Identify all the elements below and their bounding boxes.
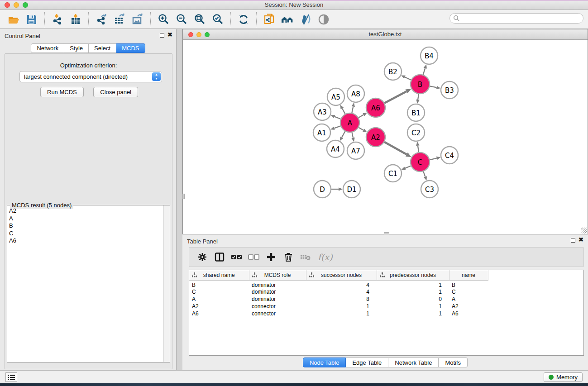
export-table-button[interactable] [112, 12, 127, 27]
network-maximize-button[interactable] [205, 32, 210, 37]
edge-A-A1[interactable] [334, 126, 340, 128]
mcds-result-scrollbar[interactable] [163, 205, 170, 362]
tab-edge-table[interactable]: Edge Table [346, 357, 388, 367]
edge-B-B3[interactable] [430, 86, 437, 87]
table-row[interactable]: A2connector11A2 [189, 303, 488, 310]
table-close-button[interactable]: ✖ [578, 237, 583, 243]
edge-C-C1[interactable] [405, 166, 411, 168]
edge-B-B2[interactable] [405, 77, 411, 80]
edge-A-A5[interactable] [342, 108, 345, 114]
mcds-result-list[interactable]: A2ABCA6 [7, 207, 163, 362]
open-file-button[interactable] [6, 12, 21, 27]
node-A4[interactable]: A4 [327, 140, 344, 157]
zoom-out-button[interactable] [174, 12, 189, 27]
memory-button[interactable]: Memory [544, 372, 583, 382]
edge-A-A2[interactable] [359, 128, 363, 130]
add-column-button[interactable] [263, 250, 279, 264]
refresh-button[interactable] [236, 12, 251, 27]
node-B[interactable]: B [411, 75, 430, 94]
network-close-button[interactable] [188, 32, 193, 37]
network-resize-grip[interactable] [581, 228, 587, 234]
edge-B-B1[interactable] [418, 94, 419, 100]
node-table[interactable]: shared nameMCDS rolesuccessor nodesprede… [189, 270, 584, 356]
node-C[interactable]: C [411, 152, 430, 172]
run-mcds-button[interactable]: Run MCDS [40, 87, 84, 97]
edge-A6-B[interactable] [384, 91, 406, 103]
column-header-MCDS-role[interactable]: MCDS role [249, 270, 306, 280]
edge-A-A6[interactable] [359, 115, 363, 118]
tab-motifs[interactable]: Motifs [439, 357, 468, 367]
import-table-button[interactable] [68, 12, 83, 27]
export-image-button[interactable] [130, 12, 145, 27]
tab-node-table[interactable]: Node Table [303, 357, 346, 367]
node-A7[interactable]: A7 [347, 142, 364, 159]
criterion-dropdown[interactable]: largest connected component (directed) ▲… [19, 71, 162, 82]
gear-button[interactable] [195, 250, 210, 264]
node-D1[interactable]: D1 [343, 181, 360, 198]
network-window-titlebar[interactable]: testGlobe.txt [183, 29, 588, 40]
column-header-successor-nodes[interactable]: successor nodes [306, 270, 377, 280]
tab-style[interactable]: Style [64, 43, 89, 53]
network-snapshot-button[interactable] [262, 12, 277, 27]
zoom-fit-button[interactable] [192, 12, 207, 27]
delete-table-button[interactable] [298, 250, 313, 264]
task-history-button[interactable] [5, 372, 17, 382]
mcds-result-item[interactable]: A6 [7, 237, 163, 245]
minimize-window-button[interactable] [14, 2, 19, 8]
close-window-button[interactable] [5, 2, 10, 8]
mcds-result-item[interactable]: A [7, 215, 163, 223]
close-panel-button-2[interactable]: Close panel [93, 87, 138, 97]
mcds-result-item[interactable]: C [7, 230, 163, 238]
column-header-name[interactable]: name [449, 270, 488, 280]
maximize-window-button[interactable] [23, 2, 28, 8]
search-input[interactable] [449, 13, 583, 24]
tab-select[interactable]: Select [89, 43, 116, 53]
node-B1[interactable]: B1 [407, 104, 425, 121]
table-row[interactable]: Cdominator41C [189, 288, 488, 295]
edge-A-A7[interactable] [352, 133, 354, 138]
float-panel-button[interactable] [160, 33, 164, 38]
node-B2[interactable]: B2 [384, 63, 402, 80]
edge-C-C3[interactable] [423, 172, 425, 177]
node-A[interactable]: A [340, 113, 359, 132]
select-all-button[interactable] [229, 250, 244, 264]
mcds-result-item[interactable]: A2 [7, 207, 163, 215]
export-network-button[interactable] [94, 12, 109, 27]
network-minimize-button[interactable] [196, 32, 201, 37]
edge-A-A8[interactable] [352, 106, 353, 113]
tab-network[interactable]: Network [31, 43, 64, 53]
node-C2[interactable]: C2 [407, 124, 425, 141]
hide-graphics-button[interactable] [298, 12, 313, 27]
node-A1[interactable]: A1 [313, 124, 330, 141]
save-session-button[interactable] [24, 12, 39, 27]
close-panel-button[interactable]: ✖ [167, 32, 172, 38]
edge-A2-C[interactable] [384, 142, 406, 155]
node-A6[interactable]: A6 [366, 98, 385, 117]
node-C3[interactable]: C3 [421, 181, 438, 198]
split-column-button[interactable] [212, 250, 227, 264]
edge-C-C2[interactable] [418, 146, 419, 152]
deselect-all-button[interactable] [246, 250, 262, 264]
node-D[interactable]: D [314, 181, 331, 198]
edge-C-C4[interactable] [430, 158, 436, 160]
zoom-in-button[interactable] [156, 12, 171, 27]
edge-B-B4[interactable] [423, 68, 425, 75]
zoom-selected-button[interactable] [210, 12, 225, 27]
show-graphics-button[interactable] [316, 12, 331, 27]
mcds-result-item[interactable]: B [7, 222, 163, 230]
table-row[interactable]: Adominator80A [189, 295, 488, 303]
node-A2[interactable]: A2 [366, 128, 385, 147]
import-network-button[interactable] [50, 12, 65, 27]
node-A8[interactable]: A8 [347, 85, 364, 102]
home-button[interactable] [280, 12, 295, 27]
tab-mcds[interactable]: MCDS [116, 43, 145, 53]
node-C4[interactable]: C4 [441, 147, 458, 164]
edge-A-A3[interactable] [335, 117, 341, 119]
node-C1[interactable]: C1 [384, 165, 402, 182]
table-row[interactable]: A6connector11A6 [189, 310, 488, 317]
function-builder-button[interactable]: f(x) [318, 252, 333, 262]
edge-A-A4[interactable] [342, 131, 345, 137]
node-B4[interactable]: B4 [421, 47, 438, 64]
table-row[interactable]: Bdominator41B [189, 280, 488, 288]
network-left-scrollbar-thumb[interactable] [182, 194, 185, 199]
